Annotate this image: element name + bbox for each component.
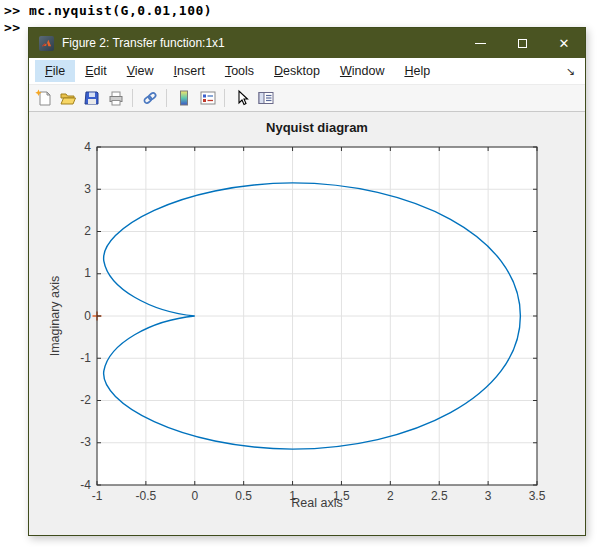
command-prompt-line: >> mc.nyquist(G,0.01,100) bbox=[4, 3, 212, 18]
x-tick-label: 2 bbox=[368, 489, 412, 503]
figure-window: Figure 2: Transfer function:1x1 ✕ FileEd… bbox=[28, 27, 586, 536]
x-tick-label: 0 bbox=[173, 489, 217, 503]
nyquist-plot bbox=[29, 112, 585, 534]
print-figure-button[interactable] bbox=[105, 87, 126, 109]
open-file-button[interactable] bbox=[57, 87, 78, 109]
toolbar-separator bbox=[166, 89, 167, 107]
menu-file[interactable]: File bbox=[35, 60, 75, 82]
dock-figure-icon[interactable]: ↘ bbox=[566, 65, 575, 78]
y-axis-label: Imaginary axis bbox=[48, 276, 62, 357]
menu-desktop[interactable]: Desktop bbox=[264, 60, 330, 82]
menu-tools[interactable]: Tools bbox=[215, 60, 264, 82]
y-tick-label: -4 bbox=[61, 478, 91, 492]
toolbar-separator bbox=[224, 89, 225, 107]
minimize-icon bbox=[475, 43, 486, 44]
menu-edit[interactable]: Edit bbox=[75, 60, 117, 82]
x-tick-label: -0.5 bbox=[124, 489, 168, 503]
x-tick-label: 1.5 bbox=[319, 489, 363, 503]
titlebar[interactable]: Figure 2: Transfer function:1x1 ✕ bbox=[29, 28, 585, 58]
y-tick-label: -2 bbox=[61, 393, 91, 407]
menu-window[interactable]: Window bbox=[330, 60, 394, 82]
figure-toolbar bbox=[29, 85, 585, 112]
x-tick-label: 3.5 bbox=[515, 489, 559, 503]
menu-insert[interactable]: Insert bbox=[164, 60, 215, 82]
close-button[interactable]: ✕ bbox=[543, 28, 585, 58]
save-figure-button[interactable] bbox=[81, 87, 102, 109]
y-tick-label: -1 bbox=[61, 351, 91, 365]
x-tick-label: 1 bbox=[271, 489, 315, 503]
x-tick-label: 3 bbox=[466, 489, 510, 503]
y-tick-label: 1 bbox=[61, 266, 91, 280]
command-prompt[interactable]: >> bbox=[4, 20, 21, 35]
edit-plot-arrow-button[interactable] bbox=[231, 87, 252, 109]
y-tick-label: 4 bbox=[61, 140, 91, 154]
menu-help[interactable]: Help bbox=[394, 60, 440, 82]
y-tick-label: -3 bbox=[61, 435, 91, 449]
new-figure-button[interactable] bbox=[33, 87, 54, 109]
toolbar-separator bbox=[132, 89, 133, 107]
insert-legend-button[interactable] bbox=[197, 87, 218, 109]
minimize-button[interactable] bbox=[459, 28, 501, 58]
y-tick-label: 2 bbox=[61, 224, 91, 238]
y-tick-label: 3 bbox=[61, 182, 91, 196]
chart-title: Nyquist diagram bbox=[97, 120, 537, 135]
insert-colorbar-button[interactable] bbox=[173, 87, 194, 109]
figure-canvas: Nyquist diagram Real axis Imaginary axis… bbox=[29, 112, 585, 535]
menubar: FileEditViewInsertToolsDesktopWindowHelp… bbox=[29, 58, 585, 85]
link-plot-button[interactable] bbox=[139, 87, 160, 109]
x-tick-label: 0.5 bbox=[222, 489, 266, 503]
maximize-icon bbox=[518, 39, 527, 48]
y-tick-label: 0 bbox=[61, 309, 91, 323]
close-icon: ✕ bbox=[559, 37, 570, 50]
matlab-logo-icon bbox=[39, 36, 54, 51]
x-tick-label: 2.5 bbox=[417, 489, 461, 503]
property-inspector-button[interactable] bbox=[255, 87, 276, 109]
window-title: Figure 2: Transfer function:1x1 bbox=[62, 36, 225, 50]
maximize-button[interactable] bbox=[501, 28, 543, 58]
menu-view[interactable]: View bbox=[117, 60, 164, 82]
